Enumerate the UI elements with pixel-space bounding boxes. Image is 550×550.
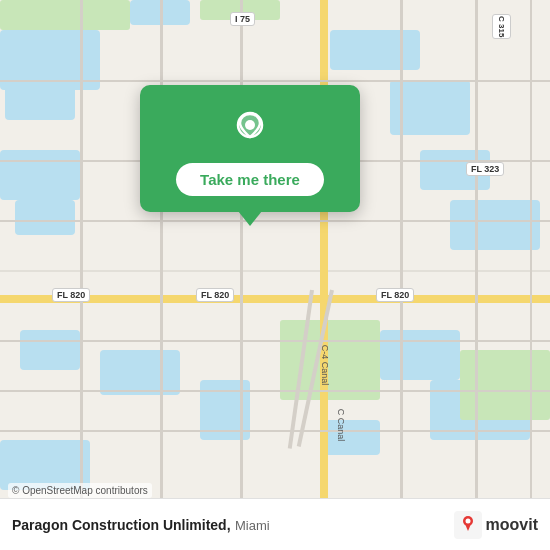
road-v-minor	[400, 0, 403, 550]
road-label-fl323: FL 323	[466, 162, 504, 176]
bottom-bar: Paragon Construction Unlimited, Miami mo…	[0, 498, 550, 550]
map-attribution: © OpenStreetMap contributors	[8, 483, 152, 498]
water-area	[330, 30, 420, 70]
road-v-minor	[530, 0, 532, 550]
road-v-minor	[80, 0, 83, 550]
road-minor	[0, 80, 550, 82]
svg-point-1	[245, 120, 255, 130]
moovit-text: moovit	[486, 516, 538, 534]
road-v-main	[320, 0, 328, 550]
water-area	[20, 330, 80, 370]
business-info: Paragon Construction Unlimited, Miami	[12, 516, 454, 534]
road-minor	[0, 340, 550, 342]
park-area	[460, 350, 550, 420]
map-container: I 75 FL 820 FL 820 FL 820 FL 323 C 315 C…	[0, 0, 550, 550]
business-name: Paragon Construction Unlimited,	[12, 517, 231, 533]
canal-label-2: C Canal	[336, 409, 346, 442]
moovit-icon	[454, 511, 482, 539]
road-label-c315: C 315	[492, 14, 511, 39]
road-v-minor	[475, 0, 478, 550]
road-minor	[0, 220, 550, 222]
water-area	[320, 420, 380, 455]
road-v-minor	[160, 0, 163, 550]
water-area	[450, 200, 540, 250]
water-area	[15, 200, 75, 235]
moovit-logo: moovit	[454, 511, 538, 539]
location-icon	[226, 105, 274, 153]
take-me-there-button[interactable]: Take me there	[176, 163, 324, 196]
road-minor	[0, 430, 550, 432]
park-area	[0, 0, 130, 30]
road-minor	[0, 390, 550, 392]
canal-label: C-4 Canal	[320, 345, 330, 386]
road-label-fl820-right: FL 820	[376, 288, 414, 302]
water-area	[0, 150, 80, 200]
water-area	[5, 80, 75, 120]
svg-point-4	[465, 518, 470, 523]
water-area	[380, 330, 460, 380]
city-name: Miami	[235, 518, 270, 533]
water-area	[100, 350, 180, 395]
road-label-fl820-left: FL 820	[52, 288, 90, 302]
popup-card: Take me there	[140, 85, 360, 212]
road-label-i75: I 75	[230, 12, 255, 26]
road-label-fl820-mid: FL 820	[196, 288, 234, 302]
road-v-minor	[240, 0, 243, 550]
